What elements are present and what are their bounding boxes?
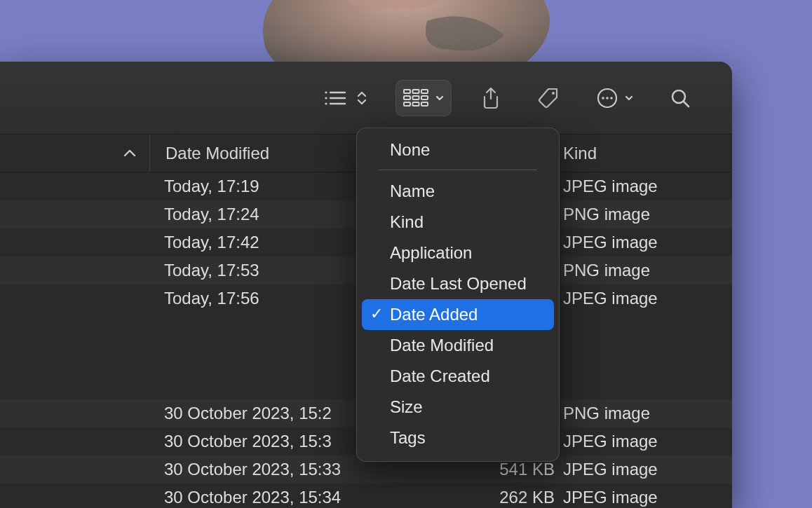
svg-line-21 (684, 102, 689, 107)
svg-rect-9 (404, 96, 410, 99)
cell-kind: JPEG image (559, 488, 732, 507)
cell-size: 262 KB (469, 488, 559, 507)
menu-item-kind[interactable]: Kind (362, 207, 554, 238)
toolbar (0, 62, 732, 135)
cell-kind: JPEG image (559, 432, 732, 451)
tag-icon (537, 86, 561, 110)
svg-rect-11 (421, 96, 428, 99)
menu-item-date-added[interactable]: Date Added (362, 299, 554, 330)
ellipsis-circle-icon (596, 87, 618, 109)
view-as-list-button[interactable] (316, 80, 374, 116)
menu-item-date-modified[interactable]: Date Modified (362, 330, 554, 361)
chevron-down-icon (624, 93, 634, 103)
group-icon (402, 88, 429, 109)
menu-item-tags[interactable]: Tags (362, 423, 554, 453)
svg-point-0 (325, 91, 327, 93)
chevron-down-icon (435, 93, 445, 103)
svg-rect-13 (413, 102, 419, 106)
table-row[interactable]: 30 October 2023, 15:34262 KBJPEG image (0, 483, 732, 508)
chevron-up-icon (123, 149, 137, 158)
svg-point-15 (552, 92, 555, 95)
group-by-button[interactable] (395, 80, 452, 116)
up-down-chevron-icon (356, 90, 367, 107)
menu-item-none[interactable]: None (362, 135, 554, 165)
cell-date: 30 October 2023, 15:34 (164, 488, 469, 507)
cell-size: 541 KB (469, 460, 559, 479)
cell-kind: PNG image (559, 261, 732, 280)
menu-item-application[interactable]: Application (362, 238, 554, 268)
svg-rect-12 (404, 102, 410, 106)
menu-item-size[interactable]: Size (362, 392, 554, 423)
cell-date: 30 October 2023, 15:33 (164, 460, 469, 479)
cell-kind: JPEG image (559, 460, 732, 479)
svg-rect-6 (404, 90, 410, 93)
share-button[interactable] (473, 80, 509, 116)
cell-kind: JPEG image (559, 233, 732, 252)
menu-item-date-created[interactable]: Date Created (362, 361, 554, 392)
search-button[interactable] (662, 80, 698, 116)
menu-separator (379, 170, 537, 170)
search-icon (669, 87, 691, 109)
svg-point-19 (610, 97, 613, 99)
svg-rect-7 (413, 90, 419, 93)
svg-rect-10 (413, 96, 419, 99)
svg-point-2 (325, 97, 327, 99)
cell-kind: PNG image (559, 205, 732, 224)
cell-kind: JPEG image (559, 289, 732, 308)
svg-point-17 (602, 97, 604, 99)
sort-indicator[interactable] (0, 135, 150, 172)
more-actions-button[interactable] (589, 80, 641, 116)
svg-point-4 (325, 102, 327, 104)
edit-tags-button[interactable] (530, 80, 568, 116)
menu-item-name[interactable]: Name (362, 176, 554, 207)
list-icon (323, 88, 351, 108)
svg-point-18 (606, 97, 609, 99)
cell-kind: PNG image (559, 404, 732, 423)
svg-rect-8 (421, 90, 428, 93)
share-icon (480, 86, 502, 110)
column-header-kind[interactable]: Kind (559, 144, 732, 163)
group-by-menu: NoneNameKindApplicationDate Last OpenedD… (356, 128, 560, 462)
cell-kind: JPEG image (559, 177, 732, 196)
svg-rect-14 (421, 102, 428, 106)
menu-item-date-last-opened[interactable]: Date Last Opened (362, 268, 554, 299)
